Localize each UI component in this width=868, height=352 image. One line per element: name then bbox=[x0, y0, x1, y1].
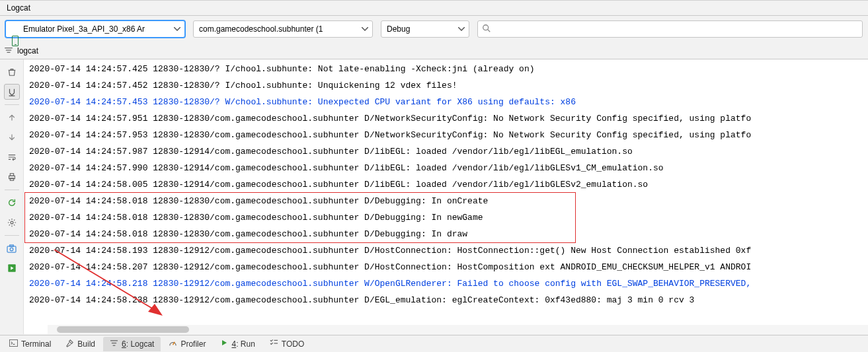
svg-point-8 bbox=[11, 221, 13, 224]
main-area: 2020-07-14 14:24:57.425 12830-12830/? I/… bbox=[0, 59, 868, 334]
screenshot-button[interactable] bbox=[4, 240, 20, 256]
log-line: 2020-07-14 14:24:58.018 12830-12830/com.… bbox=[24, 193, 868, 209]
tab-profiler-label: Profiler bbox=[180, 339, 206, 349]
svg-line-1 bbox=[488, 29, 491, 32]
side-toolbar bbox=[0, 59, 24, 334]
log-line: 2020-07-14 14:24:57.951 12830-12830/com.… bbox=[24, 110, 868, 127]
filter-icon bbox=[4, 46, 13, 55]
scroll-to-end-button[interactable] bbox=[4, 84, 20, 100]
svg-rect-7 bbox=[10, 178, 13, 181]
package-selector[interactable]: com.gamecodeschool.subhunter (1 bbox=[193, 20, 373, 38]
log-line: 2020-07-14 14:24:58.018 12830-12830/com.… bbox=[24, 226, 868, 242]
clear-log-button[interactable] bbox=[4, 64, 20, 80]
tab-terminal-label: Terminal bbox=[21, 339, 51, 349]
toolbar-separator bbox=[5, 235, 19, 236]
log-line: 2020-07-14 14:24:57.452 12830-12830/? I/… bbox=[24, 77, 868, 94]
toolbar-separator bbox=[5, 104, 19, 105]
tab-build[interactable]: Build bbox=[59, 337, 102, 351]
scrollbar-thumb[interactable] bbox=[57, 326, 189, 333]
search-input[interactable] bbox=[494, 22, 858, 36]
terminal-icon bbox=[9, 339, 18, 349]
tab-profiler[interactable]: Profiler bbox=[162, 337, 212, 351]
log-line: 2020-07-14 14:24:57.953 12830-12830/com.… bbox=[24, 127, 868, 143]
bottom-tool-tabs: Terminal Build 6: Logcat Profiler 4: Run… bbox=[0, 335, 868, 352]
svg-point-10 bbox=[10, 248, 13, 251]
log-line: 2020-07-14 14:24:58.005 12830-12914/com.… bbox=[24, 176, 868, 193]
svg-rect-11 bbox=[10, 244, 14, 246]
next-occurrence-button[interactable] bbox=[4, 129, 20, 145]
tab-logcat[interactable]: 6: Logcat bbox=[103, 337, 161, 351]
log-line: 2020-07-14 14:24:58.207 12830-12912/com.… bbox=[24, 259, 868, 275]
svg-rect-15 bbox=[10, 339, 18, 346]
toolbar-separator bbox=[5, 190, 19, 190]
screen-record-button[interactable] bbox=[4, 260, 20, 276]
previous-occurrence-button[interactable] bbox=[4, 110, 20, 125]
search-box[interactable] bbox=[477, 20, 863, 38]
log-line: 2020-07-14 14:24:57.987 12830-12914/com.… bbox=[24, 143, 868, 160]
log-line: 2020-07-14 14:24:57.453 12830-12830/? W/… bbox=[24, 94, 868, 110]
log-line: 2020-07-14 14:24:58.218 12830-12912/com.… bbox=[24, 275, 868, 292]
sub-header-label: logcat bbox=[17, 46, 38, 55]
hammer-icon bbox=[65, 339, 74, 349]
log-line: 2020-07-14 14:24:58.193 12830-12912/com.… bbox=[24, 242, 868, 259]
log-output[interactable]: 2020-07-14 14:24:57.425 12830-12830/? I/… bbox=[24, 59, 868, 334]
tool-window-header: Logcat bbox=[0, 0, 868, 16]
tab-build-label: Build bbox=[77, 339, 95, 349]
print-button[interactable] bbox=[4, 169, 20, 185]
log-line: 2020-07-14 14:24:57.425 12830-12830/? I/… bbox=[24, 61, 868, 77]
filter-icon bbox=[110, 339, 118, 349]
run-icon bbox=[220, 339, 228, 349]
device-selector[interactable]: Emulator Pixel_3a_API_30_x86 Ar bbox=[5, 20, 185, 38]
log-line: 2020-07-14 14:24:58.018 12830-12830/com.… bbox=[24, 209, 868, 226]
log-line: 2020-07-14 14:24:58.238 12830-12912/com.… bbox=[24, 292, 868, 308]
settings-button[interactable] bbox=[4, 215, 20, 230]
checklist-icon bbox=[270, 339, 278, 349]
search-icon bbox=[482, 24, 491, 35]
tab-todo-label: TODO bbox=[282, 339, 304, 349]
log-line: 2020-07-14 14:24:57.990 12830-12914/com.… bbox=[24, 160, 868, 176]
restart-button[interactable] bbox=[4, 195, 20, 211]
tab-todo[interactable]: TODO bbox=[263, 337, 311, 351]
log-level-selector[interactable]: Debug bbox=[381, 20, 469, 38]
svg-rect-6 bbox=[10, 174, 13, 176]
tab-run-label: 4: Run bbox=[231, 339, 255, 349]
tool-window-title: Logcat bbox=[7, 3, 30, 13]
tab-logcat-label: 6: Logcat bbox=[122, 339, 154, 349]
logcat-sub-header: logcat bbox=[0, 42, 868, 59]
svg-point-0 bbox=[483, 24, 489, 30]
soft-wrap-button[interactable] bbox=[4, 149, 20, 165]
logcat-filter-bar: Emulator Pixel_3a_API_30_x86 Ar com.game… bbox=[0, 16, 868, 42]
gauge-icon bbox=[169, 339, 177, 349]
tab-run[interactable]: 4: Run bbox=[214, 337, 261, 351]
tab-terminal[interactable]: Terminal bbox=[3, 337, 58, 351]
horizontal-scrollbar[interactable] bbox=[48, 325, 868, 334]
svg-rect-9 bbox=[7, 246, 16, 252]
